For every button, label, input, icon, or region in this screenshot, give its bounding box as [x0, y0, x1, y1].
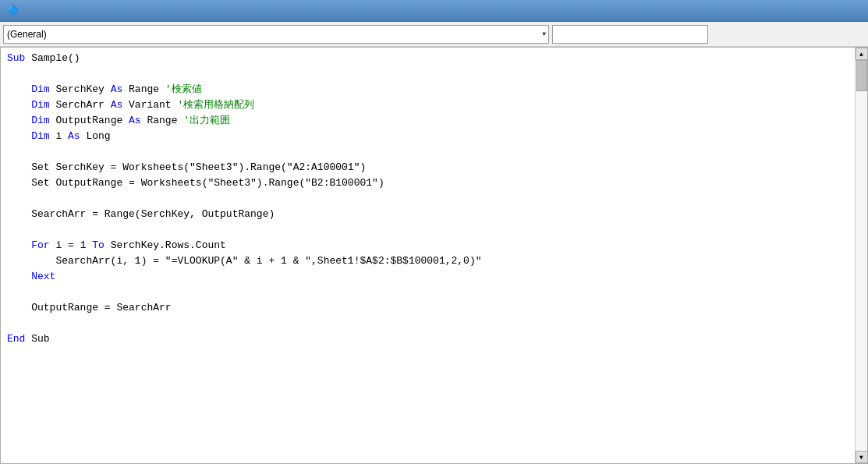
scroll-up-button[interactable]: ▲: [856, 48, 868, 60]
app-icon: 🔷: [6, 5, 19, 17]
code-content[interactable]: Sub Sample() Dim SerchKey As Range '検索値 …: [1, 48, 855, 463]
general-dropdown[interactable]: (General): [3, 25, 549, 44]
scroll-thumb[interactable]: [856, 60, 867, 91]
scroll-track[interactable]: [856, 60, 868, 451]
code-editor: Sub Sample() Dim SerchKey As Range '検索値 …: [0, 47, 868, 464]
procedure-label: [552, 25, 708, 44]
toolbar: (General): [0, 22, 868, 47]
title-bar: 🔷: [0, 0, 868, 22]
vertical-scrollbar[interactable]: ▲ ▼: [855, 48, 867, 463]
scroll-down-button[interactable]: ▼: [856, 451, 868, 463]
general-dropdown-wrapper: (General): [3, 25, 549, 44]
